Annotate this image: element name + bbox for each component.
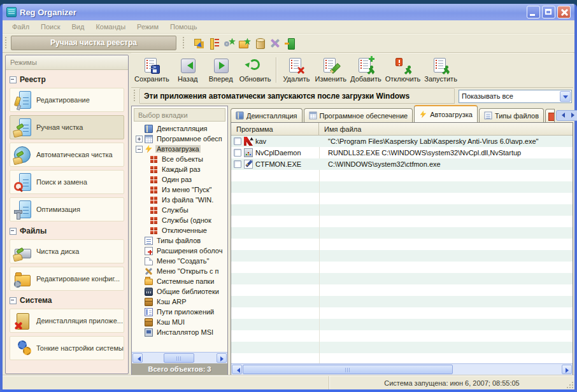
- menu-item-4[interactable]: Режим: [131, 23, 164, 31]
- tree-node[interactable]: Программное обесп: [132, 134, 227, 144]
- exit-icon[interactable]: [284, 37, 297, 50]
- tools-icon[interactable]: [269, 37, 281, 50]
- run-button[interactable]: Запустить: [422, 56, 459, 84]
- scrollbar-thumb[interactable]: [164, 353, 194, 363]
- table-row[interactable]: CTFMON.EXE C:\WINDOWS\system32\ctfmon.ex…: [231, 158, 573, 170]
- sidebar-item[interactable]: Автоматическая чистка: [10, 143, 124, 167]
- sidebar-item[interactable]: Редактирование конфиг...: [10, 267, 124, 291]
- add-button[interactable]: Добавить: [348, 56, 383, 84]
- tree-node[interactable]: Расширения оболоч: [132, 246, 227, 256]
- row-checkbox[interactable]: [234, 149, 241, 157]
- tab-3[interactable]: Типы файлов: [479, 108, 544, 122]
- menu-item-0[interactable]: Файл: [6, 23, 35, 31]
- forward-button[interactable]: Вперед: [204, 56, 238, 84]
- scroll-right-icon[interactable]: [562, 365, 572, 374]
- sidebar-item[interactable]: Редактирование: [10, 88, 124, 112]
- toolbar-grip[interactable]: [134, 90, 137, 102]
- tree-node[interactable]: Меню "Открыть с п: [132, 266, 227, 276]
- tree-node[interactable]: Меню "Создать": [132, 256, 227, 266]
- search-key-icon[interactable]: [223, 37, 236, 50]
- tree-node[interactable]: Из меню "Пуск": [132, 185, 227, 195]
- sidebar-item[interactable]: Чистка диска: [10, 239, 124, 263]
- collapse-icon[interactable]: [10, 228, 17, 235]
- sidebar-group-0[interactable]: Реестр: [10, 73, 124, 86]
- tree-node[interactable]: Службы (однок: [132, 215, 227, 225]
- expander-icon[interactable]: [136, 146, 143, 153]
- sidebar-group-1[interactable]: Файлы: [10, 225, 124, 237]
- tree-node[interactable]: Типы файлов: [132, 235, 227, 246]
- delete-button[interactable]: Удалить: [280, 56, 313, 84]
- tree-node[interactable]: Один раз: [132, 174, 227, 185]
- tab-1[interactable]: Программное обеспечение: [304, 108, 413, 122]
- toolbar-separator: [276, 57, 276, 83]
- tree-node[interactable]: Автозагрузка: [132, 144, 227, 154]
- sidebar-item[interactable]: Деинсталляция приложе...: [10, 309, 124, 333]
- sidebar-item[interactable]: Тонкие настройки системы: [10, 336, 124, 360]
- sidebar-item[interactable]: Ручная чистка: [10, 115, 124, 139]
- sidebar-content: Реестр Редактирование Ручная чистка Авто…: [6, 70, 128, 374]
- row-checkbox[interactable]: [234, 160, 241, 168]
- menu-item-5[interactable]: Помощь: [164, 23, 203, 31]
- save-button[interactable]: Сохранить: [132, 56, 171, 84]
- column-header-file[interactable]: Имя файла: [319, 123, 573, 135]
- disable-button[interactable]: Отключить: [383, 56, 423, 84]
- sidebar-group-2[interactable]: Система: [10, 294, 124, 307]
- tree-node[interactable]: Из файла "WIN.: [132, 195, 227, 205]
- filter-dropdown[interactable]: Показывать все: [459, 90, 572, 103]
- refresh-button[interactable]: Обновить: [238, 56, 273, 84]
- tree-node[interactable]: Службы: [132, 205, 227, 215]
- tab-partial[interactable]: [545, 109, 555, 122]
- toolbar-grip[interactable]: [5, 37, 8, 50]
- tree-node[interactable]: Общие библиотеки: [132, 286, 227, 297]
- export-tree-icon[interactable]: [208, 37, 220, 50]
- sidebar-item[interactable]: Поиск и замена: [10, 170, 124, 194]
- tree-node[interactable]: Отключенные: [132, 225, 227, 235]
- tree-node[interactable]: Кэш MUI: [132, 317, 227, 327]
- tab-0[interactable]: Деинсталляция: [231, 108, 303, 122]
- tab-2[interactable]: Автозагрузка: [414, 105, 478, 122]
- scroll-left-icon[interactable]: [132, 353, 143, 363]
- menu-item-3[interactable]: Команды: [90, 23, 131, 31]
- scrollbar-thumb[interactable]: [243, 365, 453, 374]
- minimize-button[interactable]: [527, 6, 540, 18]
- close-button[interactable]: [557, 6, 571, 18]
- tree-node[interactable]: Системные папки: [132, 276, 227, 286]
- scroll-left-icon[interactable]: [232, 365, 242, 374]
- sidebar-item-label: Редактирование: [36, 96, 90, 104]
- database-icon[interactable]: [253, 37, 266, 50]
- scroll-right-icon[interactable]: [217, 353, 227, 363]
- table-row[interactable]: kav "C:\Program Files\Kaspersky Lab\Kasp…: [231, 136, 573, 147]
- add-key-icon[interactable]: [192, 37, 205, 50]
- favorites-folder-icon[interactable]: [238, 37, 251, 50]
- maximize-button[interactable]: [542, 6, 555, 18]
- tree-node[interactable]: Инсталлятор MSI: [132, 327, 227, 337]
- tree-node[interactable]: Все объекты: [132, 154, 227, 164]
- tree-node[interactable]: Кэш ARP: [132, 297, 227, 307]
- table-row[interactable]: NvCplDaemon RUNDLL32.EXE C:\WINDOWS\syst…: [231, 147, 573, 158]
- edit-button[interactable]: Изменить: [313, 56, 348, 84]
- row-checkbox[interactable]: [234, 137, 241, 145]
- back-button[interactable]: Назад: [171, 56, 204, 84]
- tree-node[interactable]: Каждый раз: [132, 164, 227, 174]
- lightning-icon: [145, 145, 153, 153]
- resize-grip[interactable]: [567, 382, 573, 388]
- expander-icon[interactable]: [136, 136, 143, 143]
- tab-scroll-right-icon[interactable]: [567, 111, 577, 120]
- chevron-down-icon[interactable]: [560, 91, 571, 102]
- titlebar[interactable]: Reg Organizer: [3, 4, 574, 20]
- tree-horizontal-scrollbar[interactable]: [132, 352, 227, 363]
- column-header-program[interactable]: Программа: [231, 123, 319, 135]
- tree-node[interactable]: Пути приложений: [132, 307, 227, 317]
- tree-node[interactable]: Деинсталляция: [132, 123, 227, 134]
- menu-item-2[interactable]: Вид: [66, 23, 90, 31]
- tab-scroll-left-icon[interactable]: [557, 111, 567, 120]
- sidebar-item[interactable]: Оптимизация: [10, 197, 124, 221]
- save-icon: [143, 57, 160, 74]
- collapse-icon[interactable]: [10, 297, 17, 304]
- toolbar-grip[interactable]: [183, 37, 186, 50]
- menu-item-1[interactable]: Поиск: [35, 23, 66, 31]
- add-icon: [357, 57, 374, 74]
- table-horizontal-scrollbar[interactable]: [231, 363, 573, 375]
- current-mode-button[interactable]: Ручная чистка реестра: [11, 36, 176, 50]
- collapse-icon[interactable]: [10, 76, 17, 83]
